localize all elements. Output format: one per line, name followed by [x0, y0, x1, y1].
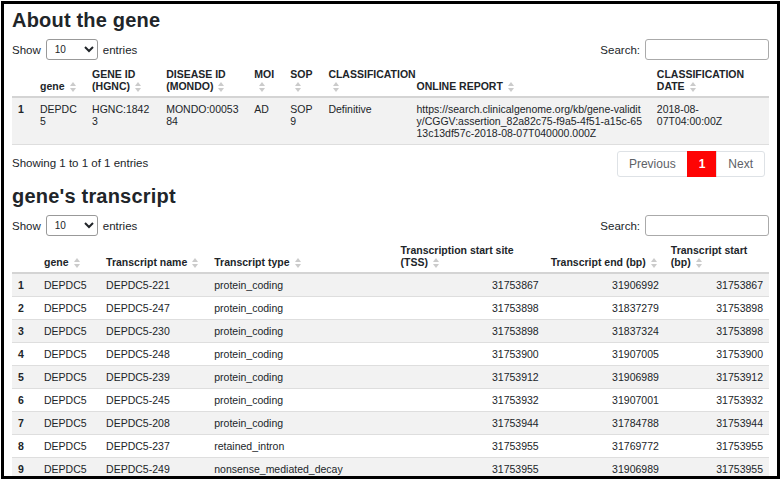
table-cell: 31753912: [665, 366, 769, 389]
about-gene-header-row: gene GENE ID (HGNC) DISEASE ID (MONDO) M…: [12, 64, 769, 97]
sort-icon[interactable]: [259, 82, 265, 92]
column-header-gene[interactable]: gene: [38, 240, 100, 273]
column-header-gene-id[interactable]: GENE ID (HGNC): [86, 64, 160, 97]
table-row: 2DEPDC5DEPDC5-247protein_coding317538983…: [12, 297, 769, 320]
table-cell: DEPDC5: [34, 97, 86, 145]
table-cell: 8: [12, 435, 38, 458]
table-cell: 5: [12, 366, 38, 389]
column-header-transcript-start[interactable]: Transcript start (bp): [665, 240, 769, 273]
table-row: 5DEPDC5DEPDC5-239protein_coding317539123…: [12, 366, 769, 389]
table-cell: 31907001: [545, 389, 665, 412]
table-cell: 31769772: [545, 435, 665, 458]
table-cell: 31906992: [545, 273, 665, 297]
table-row: 8DEPDC5DEPDC5-237retained_intron31753955…: [12, 435, 769, 458]
table-cell: DEPDC5: [38, 389, 100, 412]
sort-icon[interactable]: [696, 258, 702, 268]
table-cell: 2018-08-07T04:00:00Z: [651, 97, 769, 145]
column-header-tss[interactable]: Transcription start site (TSS): [394, 240, 544, 273]
column-header-transcript-type[interactable]: Transcript type: [208, 240, 394, 273]
sort-icon[interactable]: [690, 82, 696, 92]
column-header-classification[interactable]: CLASSIFICATION: [322, 64, 410, 97]
table-row: 1DEPDC5HGNC:18423MONDO:0005384ADSOP9Defi…: [12, 97, 769, 145]
table-cell: DEPDC5: [38, 412, 100, 435]
table-cell: 31753898: [394, 320, 544, 343]
table-cell: 6: [12, 389, 38, 412]
sort-icon[interactable]: [295, 82, 301, 92]
table-cell: DEPDC5-230: [100, 320, 208, 343]
page-length-select[interactable]: 10: [46, 39, 98, 60]
table-cell: 31753955: [665, 458, 769, 479]
table-row: 6DEPDC5DEPDC5-245protein_coding317539323…: [12, 389, 769, 412]
page-length-select[interactable]: 10: [46, 215, 98, 236]
table-cell: 31753932: [665, 389, 769, 412]
sort-icon[interactable]: [74, 258, 80, 268]
table-cell: 4: [12, 343, 38, 366]
sort-icon[interactable]: [70, 82, 76, 92]
table-cell: DEPDC5-245: [100, 389, 208, 412]
table-row: 7DEPDC5DEPDC5-208protein_coding317539443…: [12, 412, 769, 435]
table-cell: 31753944: [394, 412, 544, 435]
pagination-next[interactable]: Next: [716, 151, 765, 177]
sort-icon[interactable]: [651, 258, 657, 268]
about-gene-length-control: Show 10 entries: [12, 39, 137, 60]
table-cell: DEPDC5: [38, 435, 100, 458]
pagination-previous[interactable]: Previous: [617, 151, 688, 177]
table-cell: DEPDC5-247: [100, 297, 208, 320]
table-cell: protein_coding: [208, 366, 394, 389]
table-cell: DEPDC5: [38, 320, 100, 343]
table-cell: DEPDC5: [38, 366, 100, 389]
table-row: 3DEPDC5DEPDC5-230protein_coding317538983…: [12, 320, 769, 343]
table-cell: 31906989: [545, 458, 665, 479]
table-row: 1DEPDC5DEPDC5-221protein_coding317538673…: [12, 273, 769, 297]
table-cell: https://search.clinicalgenome.org/kb/gen…: [410, 97, 650, 145]
table-cell: 31753867: [665, 273, 769, 297]
table-cell: 31753955: [665, 435, 769, 458]
column-header-online-report[interactable]: ONLINE REPORT: [410, 64, 650, 97]
table-cell: nonsense_mediated_decay: [208, 458, 394, 479]
table-cell: protein_coding: [208, 343, 394, 366]
table-cell: 31753912: [394, 366, 544, 389]
entries-label: entries: [103, 220, 138, 232]
section-divider: [12, 177, 769, 183]
table-cell: Definitive: [322, 97, 410, 145]
search-input[interactable]: [645, 215, 769, 236]
sort-icon[interactable]: [218, 82, 224, 92]
sort-icon[interactable]: [508, 82, 514, 92]
column-header-disease-id[interactable]: DISEASE ID (MONDO): [160, 64, 248, 97]
column-header-transcript-end[interactable]: Transcript end (bp): [545, 240, 665, 273]
column-header-transcript-name[interactable]: Transcript name: [100, 240, 208, 273]
column-header-gene[interactable]: gene: [34, 64, 86, 97]
table-cell: 2: [12, 297, 38, 320]
page-frame: About the gene Show 10 entries Search:: [1, 1, 780, 479]
search-input[interactable]: [645, 39, 769, 60]
table-cell: 31907005: [545, 343, 665, 366]
column-header-index: [12, 240, 38, 273]
sort-icon[interactable]: [135, 82, 141, 92]
table-cell: 31753955: [394, 435, 544, 458]
pagination-page-1[interactable]: 1: [687, 151, 718, 177]
about-gene-controls: Show 10 entries Search:: [12, 39, 769, 60]
table-cell: 1: [12, 97, 34, 145]
sort-icon[interactable]: [433, 258, 439, 268]
table-cell: protein_coding: [208, 320, 394, 343]
table-cell: 31753900: [394, 343, 544, 366]
sort-icon[interactable]: [192, 258, 198, 268]
transcript-section: gene's transcript Show 10 entries Search…: [12, 185, 769, 479]
column-header-classification-date[interactable]: CLASSIFICATION DATE: [651, 64, 769, 97]
column-header-sop[interactable]: SOP: [284, 64, 322, 97]
table-row: 4DEPDC5DEPDC5-248protein_coding317539003…: [12, 343, 769, 366]
table-cell: 31906989: [545, 366, 665, 389]
table-cell: DEPDC5-237: [100, 435, 208, 458]
sort-icon[interactable]: [295, 258, 301, 268]
table-cell: 31753900: [665, 343, 769, 366]
entries-label: entries: [103, 44, 138, 56]
table-cell: DEPDC5-208: [100, 412, 208, 435]
table-cell: HGNC:18423: [86, 97, 160, 145]
sort-icon[interactable]: [333, 82, 339, 92]
transcript-title: gene's transcript: [12, 185, 769, 208]
column-header-moi[interactable]: MOI: [248, 64, 284, 97]
transcript-search-control: Search:: [600, 215, 769, 236]
about-gene-title: About the gene: [12, 9, 769, 32]
table-row: 9DEPDC5DEPDC5-249nonsense_mediated_decay…: [12, 458, 769, 479]
table-cell: 9: [12, 458, 38, 479]
